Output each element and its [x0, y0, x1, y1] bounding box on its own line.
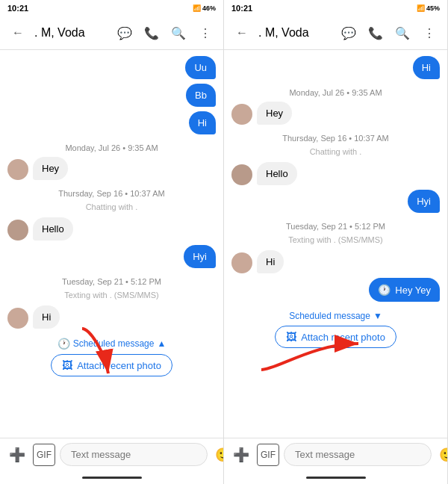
- avatar-right-1: [231, 104, 252, 125]
- search-icon-right[interactable]: 🔍: [392, 22, 413, 43]
- chat-area-right: Hi Monday, Jul 26 • 9:35 AM Hey Thursday…: [224, 50, 447, 438]
- date-label-1: Monday, Jul 26 • 9:35 AM: [7, 143, 216, 152]
- home-indicator-left: [0, 471, 223, 484]
- text-input-left[interactable]: [60, 443, 208, 466]
- add-icon-left[interactable]: ➕: [6, 444, 28, 466]
- contact-name-right: . M, Voda: [258, 26, 332, 40]
- bubble-hey-r: Hey: [257, 102, 292, 125]
- contact-name-left: . M, Voda: [34, 26, 108, 40]
- phone-icon-left[interactable]: 📞: [141, 22, 162, 43]
- emoji-icon-left[interactable]: 🙂: [212, 444, 224, 466]
- battery-right: 45%: [426, 4, 440, 12]
- scheduled-label-left: Scheduled message: [73, 338, 155, 349]
- attach-recent-photo-button-right[interactable]: 🖼 Attach recent photo: [275, 326, 396, 348]
- table-row: Hi: [231, 56, 440, 79]
- gif-icon-right[interactable]: GIF: [257, 444, 279, 466]
- table-row: Bb: [7, 84, 216, 107]
- attach-label-left: Attach recent photo: [77, 360, 161, 371]
- scheduled-row-left[interactable]: 🕐 Scheduled message ▲: [57, 338, 167, 350]
- sub-label-r2: Texting with . (SMS/MMS): [231, 235, 440, 244]
- table-row: Hyi: [231, 190, 440, 213]
- bubble-hi-r2: Hi: [257, 250, 284, 273]
- emoji-icon-right[interactable]: 🙂: [436, 444, 448, 466]
- scheduled-arrow-left: ▲: [157, 338, 166, 349]
- chat-area-left: Uu Bb Hi Monday, Jul 26 • 9:35 AM Hey Th…: [0, 50, 223, 438]
- clock-s-icon: 🕐: [378, 284, 391, 296]
- left-panel: 10:21 📶 46% ← . M, Voda 💬 📞 🔍 ⋮ Uu Bb: [0, 0, 224, 484]
- table-row: Hello: [7, 217, 216, 241]
- status-icons-right: 📶 45%: [417, 4, 440, 12]
- bubble-hyi: Hyi: [184, 245, 216, 268]
- attach-label-right: Attach recent photo: [301, 332, 385, 343]
- bubble-hyi-r: Hyi: [408, 190, 440, 213]
- scheduled-row-right[interactable]: Scheduled message ▼: [289, 311, 382, 321]
- more-icon-left[interactable]: ⋮: [195, 22, 216, 43]
- date-label-3: Tuesday, Sep 21 • 5:12 PM: [7, 277, 216, 286]
- bubble-hi-r: Hi: [413, 56, 440, 79]
- avatar-right-2: [231, 164, 252, 185]
- bubble-hi1: Hi: [189, 111, 216, 134]
- image-icon-left: 🖼: [62, 359, 72, 371]
- hey-yey-text: Hey Yey: [395, 285, 431, 296]
- table-row: 🕐 Hey Yey: [231, 278, 440, 302]
- attach-recent-photo-button-left[interactable]: 🖼 Attach recent photo: [51, 354, 172, 376]
- text-input-right[interactable]: [284, 443, 432, 466]
- table-row: Hello: [231, 162, 440, 185]
- table-row: Hi: [7, 111, 216, 134]
- bottom-bar-left: ➕ GIF 🙂 🎤: [0, 438, 223, 471]
- image-icon-right: 🖼: [286, 331, 296, 343]
- gif-icon-left[interactable]: GIF: [33, 444, 55, 466]
- avatar-left-3: [7, 308, 28, 329]
- bottom-bar-right: ➕ GIF 🙂 🎤: [224, 438, 447, 471]
- sub-label-1: Chatting with .: [7, 202, 216, 211]
- avatar-left-1: [7, 159, 28, 180]
- clock-icon-left: 🕐: [57, 338, 70, 350]
- more-icon-right[interactable]: ⋮: [419, 22, 440, 43]
- scheduled-label-right: Scheduled message: [289, 311, 370, 321]
- add-icon-right[interactable]: ➕: [230, 444, 252, 466]
- avatar-left-2: [7, 220, 28, 241]
- bubble-hey: Hey: [33, 157, 68, 180]
- app-bar-right: ← . M, Voda 💬 📞 🔍 ⋮: [224, 16, 447, 50]
- table-row: Hey: [7, 157, 216, 180]
- search-icon-left[interactable]: 🔍: [168, 22, 189, 43]
- right-panel: 10:21 📶 45% ← . M, Voda 💬 📞 🔍 ⋮ Hi Monda…: [224, 0, 448, 484]
- bubble-hi2: Hi: [33, 305, 60, 329]
- scheduled-bubble-right: 🕐 Hey Yey: [369, 278, 440, 302]
- table-row: Hi: [7, 305, 216, 329]
- date-label-r2: Thursday, Sep 16 • 10:37 AM: [231, 134, 440, 143]
- battery-left: 46%: [202, 4, 216, 12]
- phone-icon-right[interactable]: 📞: [365, 22, 386, 43]
- scheduled-section-left: 🕐 Scheduled message ▲ 🖼 Attach recent ph…: [7, 333, 216, 379]
- bubble-bb: Bb: [186, 84, 216, 107]
- signal-icon-r: 📶: [417, 4, 425, 12]
- message-icon-left[interactable]: 💬: [114, 22, 135, 43]
- bubble-hello: Hello: [33, 217, 73, 241]
- table-row: Uu: [7, 56, 216, 79]
- message-icon-right[interactable]: 💬: [338, 22, 359, 43]
- signal-icon: 📶: [193, 4, 201, 12]
- time-left: 10:21: [7, 4, 28, 13]
- time-right: 10:21: [231, 4, 252, 13]
- status-bar-right: 10:21 📶 45%: [224, 0, 447, 16]
- home-indicator-right: [224, 471, 447, 484]
- table-row: Hyi: [7, 245, 216, 268]
- back-button-right[interactable]: ←: [231, 22, 252, 43]
- table-row: Hi: [231, 250, 440, 273]
- date-label-r1: Monday, Jul 26 • 9:35 AM: [231, 88, 440, 97]
- scheduled-arrow-right: ▼: [373, 311, 382, 321]
- sub-label-2: Texting with . (SMS/MMS): [7, 291, 216, 300]
- back-button-left[interactable]: ←: [7, 22, 28, 43]
- app-bar-left: ← . M, Voda 💬 📞 🔍 ⋮: [0, 16, 223, 50]
- avatar-right-3: [231, 252, 252, 273]
- date-label-r3: Tuesday, Sep 21 • 5:12 PM: [231, 222, 440, 231]
- date-label-2: Thursday, Sep 16 • 10:37 AM: [7, 189, 216, 198]
- table-row: Hey: [231, 102, 440, 125]
- home-bar-left: [82, 477, 142, 479]
- status-bar-left: 10:21 📶 46%: [0, 0, 223, 16]
- sub-label-r1: Chatting with .: [231, 147, 440, 156]
- scheduled-section-right: Scheduled message ▼ 🖼 Attach recent phot…: [231, 306, 440, 351]
- status-icons-left: 📶 46%: [193, 4, 216, 12]
- bubble-hello-r: Hello: [257, 162, 297, 185]
- bubble-uu: Uu: [185, 56, 216, 79]
